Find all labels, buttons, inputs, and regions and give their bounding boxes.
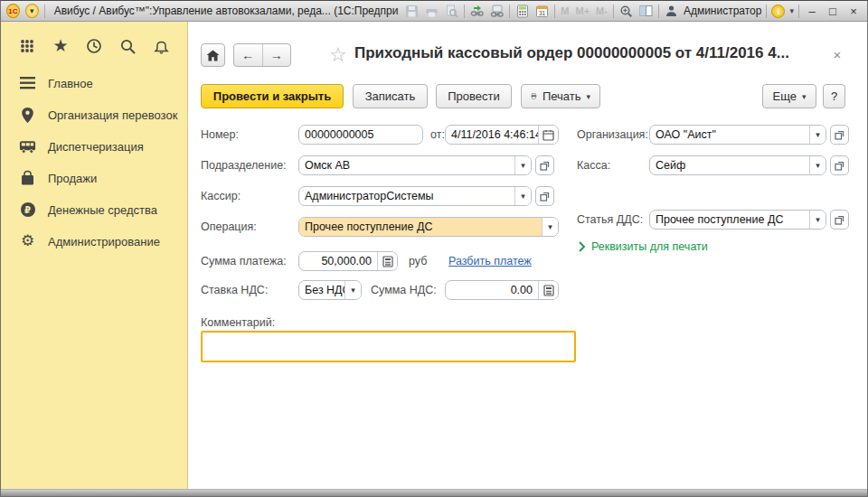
calculator-icon[interactable] <box>514 4 530 19</box>
sidebar-item-sales[interactable]: Продажи <box>1 163 187 193</box>
favorites-star-icon[interactable]: ★ <box>51 36 71 56</box>
date-label: от: <box>430 125 445 145</box>
vat-amount-label: Сумма НДС: <box>371 280 437 300</box>
back-button[interactable]: ← <box>234 48 262 62</box>
sidebar-item-main[interactable]: Главное <box>1 68 187 98</box>
calculator-button-icon[interactable] <box>377 252 397 270</box>
1c-logo-icon: 1С <box>6 4 20 18</box>
chevron-down-icon[interactable]: ▾ <box>542 218 558 236</box>
department-open-button[interactable] <box>535 155 554 175</box>
post-and-close-button[interactable]: Провести и закрыть <box>201 84 344 108</box>
vat-amount-value: 0.00 <box>446 281 538 299</box>
save-icon[interactable] <box>404 4 420 19</box>
divider <box>44 5 45 18</box>
history-nav-group: ← → <box>233 43 291 67</box>
number-label: Номер: <box>201 125 239 145</box>
split-view-icon[interactable] <box>638 4 654 19</box>
cashflow-item-value: Прочее поступление ДС <box>650 211 809 229</box>
favorite-star-button[interactable]: ☆ <box>329 45 347 65</box>
cashier-value: АдминистраторСистемы <box>299 187 514 205</box>
gear-icon: ⚙ <box>19 233 36 250</box>
organization-open-button[interactable] <box>830 125 849 145</box>
home-button[interactable] <box>201 43 225 67</box>
sidebar-item-label: Денежные средства <box>48 203 157 217</box>
forward-button[interactable]: → <box>263 48 291 62</box>
department-combo[interactable]: Омск АВ ▾ <box>298 155 532 175</box>
vat-rate-combo[interactable]: Без НДС ▾ <box>298 280 362 300</box>
divider <box>766 5 767 18</box>
number-value: 00000000005 <box>299 126 422 144</box>
info-icon[interactable]: i <box>771 5 785 18</box>
print-button[interactable]: Печать ▾ <box>521 84 600 108</box>
cashflow-item-combo[interactable]: Прочее поступление ДС ▾ <box>649 210 826 230</box>
calendar-picker-icon[interactable] <box>538 126 558 144</box>
number-input[interactable]: 00000000005 <box>298 125 423 145</box>
print-icon[interactable] <box>424 4 439 19</box>
cashier-combo[interactable]: АдминистраторСистемы ▾ <box>298 186 532 206</box>
sidebar-item-label: Администрирование <box>48 235 160 248</box>
vat-amount-input[interactable]: 0.00 <box>445 280 559 300</box>
notifications-bell-icon[interactable] <box>151 36 171 56</box>
user-icon <box>664 4 679 19</box>
sections-grid-icon[interactable] <box>17 36 37 56</box>
write-button[interactable]: Записать <box>353 84 428 108</box>
more-button[interactable]: Еще ▾ <box>762 84 816 108</box>
cashbox-open-button[interactable] <box>830 155 849 175</box>
cashier-open-button[interactable] <box>535 186 554 206</box>
cashier-label: Кассир: <box>201 186 241 206</box>
chevron-down-icon[interactable]: ▾ <box>809 211 826 229</box>
chevron-down-icon[interactable]: ▾ <box>514 187 531 205</box>
post-button[interactable]: Провести <box>436 84 512 108</box>
comment-input[interactable] <box>201 331 576 362</box>
chevron-down-icon[interactable]: ▾ <box>789 6 794 15</box>
search-icon[interactable] <box>118 36 137 56</box>
operation-combo[interactable]: Прочее поступление ДС ▾ <box>298 217 559 237</box>
location-pin-icon <box>19 107 36 124</box>
open-form-icon <box>835 215 844 225</box>
button-label: ? <box>831 89 837 103</box>
cashbox-combo[interactable]: Сейф ▾ <box>649 155 826 175</box>
sidebar-item-cash[interactable]: ₽ Денежные средства <box>1 194 187 225</box>
sidebar-item-label: Главное <box>48 77 93 90</box>
tab-close-icon[interactable]: × <box>830 47 844 62</box>
department-value: Омск АВ <box>299 156 514 174</box>
sidebar-item-transport-organization[interactable]: Организация перевозок <box>1 99 187 130</box>
sidebar-item-label: Продажи <box>48 172 97 185</box>
memory-m-minus-button[interactable]: M- <box>595 5 609 16</box>
chevron-down-icon[interactable]: ▾ <box>809 126 826 144</box>
chevron-down-icon: ▾ <box>802 92 807 101</box>
split-payment-link[interactable]: Разбить платеж <box>448 251 532 271</box>
main-menu-button[interactable]: ▾ <box>25 4 39 18</box>
cashflow-item-open-button[interactable] <box>830 210 849 230</box>
help-button[interactable]: ? <box>823 84 845 108</box>
chevron-down-icon[interactable]: ▾ <box>809 156 826 174</box>
close-button[interactable]: × <box>845 4 862 19</box>
print-details-label: Реквизиты для печати <box>591 240 708 253</box>
memory-m-button[interactable]: M <box>560 5 570 16</box>
chevron-down-icon[interactable]: ▾ <box>514 156 531 174</box>
date-input[interactable]: 4/11/2016 4:46:14 PM <box>445 125 559 145</box>
button-label: Еще <box>773 89 797 103</box>
payment-amount-input[interactable]: 50,000.00 <box>298 251 398 271</box>
get-link-icon[interactable] <box>489 4 505 19</box>
home-icon <box>206 50 220 61</box>
history-icon[interactable] <box>84 36 104 56</box>
operation-label: Операция: <box>201 217 257 237</box>
sidebar-item-dispatching[interactable]: Диспетчеризация <box>1 131 187 162</box>
button-label: Записать <box>365 89 416 103</box>
memory-m-plus-button[interactable]: M+ <box>574 5 590 16</box>
button-label: Печать <box>542 89 581 103</box>
current-user-label[interactable]: Администратор <box>684 5 762 17</box>
print-details-expander[interactable]: Реквизиты для печати <box>579 239 708 255</box>
calculator-button-icon[interactable] <box>538 281 558 299</box>
zoom-icon[interactable] <box>618 4 634 19</box>
chevron-down-icon[interactable]: ▾ <box>344 281 361 299</box>
go-to-link-icon[interactable] <box>469 4 485 19</box>
divider <box>798 5 799 18</box>
maximize-button[interactable]: □ <box>825 4 841 19</box>
calendar-icon[interactable]: 31 <box>534 4 550 19</box>
organization-combo[interactable]: ОАО "Аист" ▾ <box>649 125 826 145</box>
print-preview-icon[interactable] <box>444 4 459 19</box>
sidebar-item-administration[interactable]: ⚙ Администрирование <box>1 226 187 257</box>
minimize-button[interactable]: – <box>804 4 820 19</box>
